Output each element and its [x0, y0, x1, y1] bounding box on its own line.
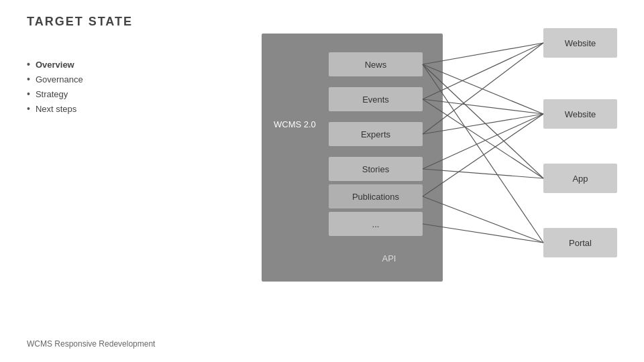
page-title: TARGET STATE [27, 15, 133, 29]
block-api: API [362, 248, 416, 268]
box-app: App [543, 164, 617, 193]
box-website1: Website [543, 28, 617, 58]
bullet-list: Overview Governance Strategy Next steps [27, 59, 83, 118]
block-dots: ... [329, 212, 423, 236]
bullet-overview: Overview [27, 59, 83, 70]
bullet-next-steps: Next steps [27, 103, 83, 114]
bullet-strategy: Strategy [27, 88, 83, 99]
box-portal: Portal [543, 228, 617, 257]
bullet-governance: Governance [27, 74, 83, 84]
block-stories: Stories [329, 157, 423, 181]
block-news: News [329, 52, 423, 76]
wcms-label: WCMS 2.0 [274, 119, 316, 129]
block-publications: Publications [329, 184, 423, 208]
block-events: Events [329, 87, 423, 111]
box-website2: Website [543, 99, 617, 129]
footer-text: WCMS Responsive Redevelopment [27, 339, 155, 349]
block-experts: Experts [329, 122, 423, 146]
